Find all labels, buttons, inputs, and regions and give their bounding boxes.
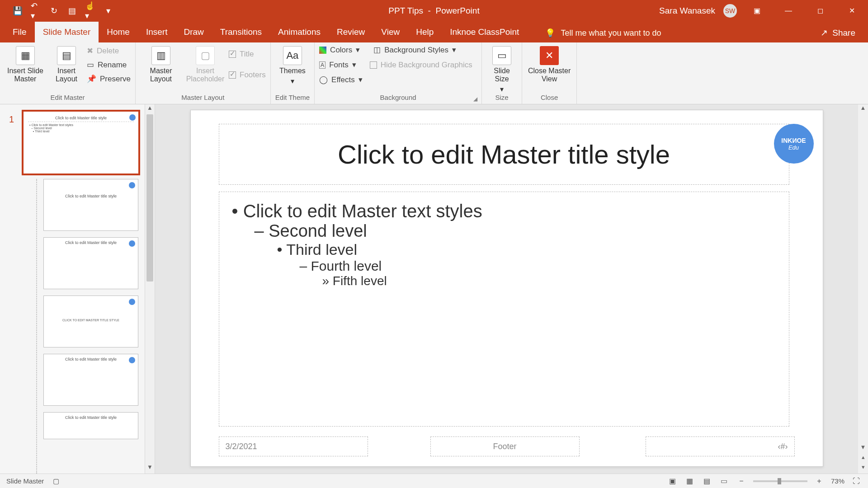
status-bar: Slide Master ▢ ▣ ▦ ▤ ▭ − + 73% ⛶ [0,474,868,488]
slideshow-view-icon[interactable]: ▭ [719,477,730,486]
normal-view-icon[interactable]: ▣ [667,477,678,486]
tab-file[interactable]: File [5,22,35,42]
footer-placeholder[interactable]: Footer [430,436,580,456]
save-icon[interactable]: 💾 [13,6,23,16]
checkbox-icon [229,71,236,79]
redo-icon[interactable]: ↻ [49,6,59,16]
slide-master-thumbnail[interactable]: 1 Click to edit Master title style • Cli… [22,110,140,175]
share-label: Share [832,28,855,38]
layout-thumbnail-title-content[interactable]: Click to edit Master title style [43,237,138,289]
group-label-background: Background [380,94,416,103]
user-avatar[interactable]: SW [723,4,737,18]
tab-home[interactable]: Home [99,22,138,42]
tab-draw[interactable]: Draw [175,22,212,42]
customize-qat-icon[interactable]: ▾ [103,6,113,16]
background-styles-button[interactable]: ◫Background Styles ▾ [373,45,456,55]
scroll-up-icon[interactable]: ▲ [858,104,868,114]
hide-background-checkbox: Hide Background Graphics [370,60,472,70]
status-mode: Slide Master [6,477,44,485]
tab-help[interactable]: Help [408,22,442,42]
user-name[interactable]: Sara Wanasek [659,6,715,16]
maximize-icon[interactable]: ◻ [808,0,832,21]
rename-button[interactable]: ▭Rename [87,60,131,70]
minimize-icon[interactable]: — [777,0,800,21]
group-label-edit-master: Edit Master [51,94,85,103]
close-window-icon[interactable]: ✕ [840,0,863,21]
effects-button[interactable]: ◯Effects ▾ [319,75,363,84]
ribbon-display-options-icon[interactable]: ▣ [745,0,769,21]
tab-animations[interactable]: Animations [270,22,329,42]
layout-thumbnail-comparison[interactable]: Click to edit Master title style [43,412,138,439]
tab-transitions[interactable]: Transitions [212,22,270,42]
group-size: ▭ Slide Size ▾ Size [482,42,522,104]
previous-slide-icon[interactable]: ▴ [858,454,868,464]
inknoe-thumb-badge-icon [129,240,135,247]
chevron-down-icon: ▾ [500,85,504,94]
window-title: PPT Tips - PowerPoint [388,6,479,16]
scrollbar-thumb[interactable] [146,114,153,282]
slide-size-button[interactable]: ▭ Slide Size ▾ [486,45,517,94]
notes-icon[interactable]: ▢ [53,477,59,485]
share-button[interactable]: ↗ Share [808,23,868,42]
zoom-slider[interactable] [753,480,807,482]
touch-mode-icon[interactable]: ☝ ▾ [85,6,95,16]
next-slide-icon[interactable]: ▾ [858,464,868,474]
insert-layout-button[interactable]: ▤ Insert Layout [49,45,84,83]
title-checkbox: Title [229,50,266,59]
tab-insert[interactable]: Insert [138,22,176,42]
group-background: Colors ▾ ◫Background Styles ▾ AFonts ▾ H… [315,42,482,104]
reading-view-icon[interactable]: ▤ [702,477,712,486]
layout-thumbnail-section-header[interactable]: CLICK TO EDIT MASTER TITLE STYLE [43,296,138,347]
document-name: PPT Tips [388,6,423,15]
colors-button[interactable]: Colors ▾ [319,45,360,55]
master-text-placeholder[interactable]: Click to edit Master text styles Second … [219,192,789,427]
slide-size-icon: ▭ [492,46,511,65]
group-label-master-layout: Master Layout [181,94,224,103]
editor-scrollbar[interactable]: ▲ ▼ ▴ ▾ [858,104,868,474]
inknoe-thumb-badge-icon [129,357,135,363]
group-label-size: Size [495,94,509,103]
slide-sorter-view-icon[interactable]: ▦ [684,477,695,486]
close-master-view-button[interactable]: ✕ Close Master View [527,45,572,83]
dialog-launcher-icon[interactable]: ◢ [473,96,480,102]
date-placeholder[interactable]: 3/2/2021 [219,436,368,456]
tab-inknoe-classpoint[interactable]: Inknoe ClassPoint [442,22,527,42]
inknoe-thumb-badge-icon [129,299,135,305]
insert-layout-icon: ▤ [57,46,76,65]
inknoe-badge[interactable]: INKИOE Edu [774,124,814,164]
insert-placeholder-icon: ▢ [196,46,215,65]
layout-connector-line [36,179,37,474]
ribbon-tabs: File Slide Master Home Insert Draw Trans… [0,21,868,42]
fonts-button[interactable]: AFonts ▾ [319,60,356,70]
scroll-up-icon[interactable]: ▲ [145,104,155,114]
scroll-down-icon[interactable]: ▼ [145,464,155,474]
themes-button[interactable]: Aa Themes ▾ [276,45,309,85]
group-edit-master: ▦ Insert Slide Master ▤ Insert Layout ✖D… [0,42,136,104]
group-label-close: Close [541,94,558,103]
zoom-slider-handle[interactable] [778,478,781,484]
inknoe-thumb-badge-icon [129,114,136,121]
insert-slide-master-button[interactable]: ▦ Insert Slide Master [5,45,46,83]
undo-icon[interactable]: ↶ ▾ [31,6,41,16]
scroll-down-icon[interactable]: ▼ [858,444,868,454]
present-from-start-icon[interactable]: ▤ [67,6,77,16]
preserve-button[interactable]: 📌Preserve [87,74,131,84]
layout-thumbnail-two-content[interactable]: Click to edit Master title style [43,354,138,406]
tab-review[interactable]: Review [329,22,373,42]
master-number: 1 [9,114,14,125]
zoom-level[interactable]: 73% [831,477,844,485]
slide-number-placeholder[interactable]: ‹#› [646,436,795,456]
zoom-in-icon[interactable]: + [814,477,825,486]
tell-me-search[interactable]: 💡 Tell me what you want to do [527,28,670,42]
tab-view[interactable]: View [373,22,408,42]
background-styles-icon: ◫ [373,45,381,55]
master-title-placeholder[interactable]: Click to edit Master title style [219,124,789,185]
thumbnail-scrollbar[interactable]: ▲ ▼ [145,104,155,474]
tab-slide-master[interactable]: Slide Master [35,22,99,42]
fit-to-window-icon[interactable]: ⛶ [851,477,862,486]
master-layout-button[interactable]: ▥ Master Layout [140,45,182,83]
insert-placeholder-button: ▢ Insert Placeholder [184,45,226,83]
layout-thumbnail-title-slide[interactable]: Click to edit Master title style [43,179,138,231]
slide-master-canvas[interactable]: Click to edit Master title style Click t… [190,110,823,467]
zoom-out-icon[interactable]: − [736,477,747,486]
